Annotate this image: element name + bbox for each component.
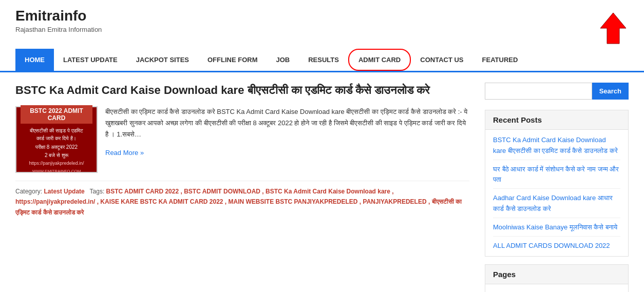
thumbnail-line2: कार्ड जारी कर दिये है। bbox=[36, 134, 76, 142]
post-body: BSTC 2022 ADMIT CARD बीएसटीसी की साइड पे… bbox=[15, 106, 469, 173]
down-arrow-icon bbox=[598, 10, 629, 46]
thumbnail-heading: BSTC 2022 ADMIT CARD bbox=[21, 105, 92, 124]
sidebar: Search Recent Posts BSTC Ka Admit Card K… bbox=[485, 83, 629, 292]
nav-featured[interactable]: FEATURED bbox=[473, 49, 527, 71]
recent-posts-title: Recent Posts bbox=[485, 110, 628, 130]
category-link[interactable]: Latest Update bbox=[44, 188, 84, 195]
tags-label: Tags: bbox=[90, 188, 105, 195]
recent-posts-section: Recent Posts BSTC Ka Admit Card Kaise Do… bbox=[485, 110, 629, 257]
recent-posts-list: BSTC Ka Admit Card Kaise Download kare ब… bbox=[485, 130, 628, 256]
nav-home[interactable]: HOME bbox=[15, 49, 54, 71]
thumbnail-line1: बीएसटीसी की साइड पे एडमिट bbox=[30, 127, 83, 134]
arrow-area bbox=[598, 8, 629, 46]
post-excerpt-area: बीएसटीसी का एड्मिट कार्ड कैसे डाउनलोड कर… bbox=[105, 106, 469, 173]
search-button[interactable]: Search bbox=[592, 83, 629, 100]
search-box: Search bbox=[485, 83, 629, 100]
svg-marker-0 bbox=[600, 13, 626, 44]
nav-jackpot-sites[interactable]: JACKPOT SITES bbox=[127, 49, 198, 71]
nav-contact-us[interactable]: CONTACT US bbox=[411, 49, 472, 71]
thumbnail-date2: 2 बजे से शुरू bbox=[45, 152, 68, 159]
main-content: BSTC Ka Admit Card Kaise Download kare ब… bbox=[15, 83, 485, 292]
nav-offline-form[interactable]: OFFLINE FORM bbox=[198, 49, 267, 71]
category-label: Category: bbox=[15, 188, 42, 195]
post-meta: Category: Latest Update Tags: BSTC ADMIT… bbox=[15, 181, 469, 218]
thumbnail-date: परीक्षा 8 अक्टूबर 2022 bbox=[35, 144, 78, 150]
main-navigation: HOME LATEST UPDATE JACKPOT SITES OFFLINE… bbox=[0, 49, 644, 72]
post-thumbnail: BSTC 2022 ADMIT CARD बीएसटीसी की साइड पे… bbox=[15, 106, 98, 173]
recent-post-2[interactable]: घर बैठे आधार कार्ड में संशोधन कैसे करे न… bbox=[493, 164, 620, 189]
nav-admit-card[interactable]: ADMIT CARD bbox=[348, 49, 411, 71]
site-subtitle: Rajasthan Emitra Information bbox=[15, 26, 102, 33]
recent-post-4[interactable]: Moolniwas Kaise Banaye मूलनिवास कैसे बना… bbox=[493, 222, 620, 237]
thumbnail-url: https://panjiyakpredeled.in/ bbox=[29, 161, 84, 166]
nav-latest-update[interactable]: LATEST UPDATE bbox=[54, 49, 127, 71]
search-input[interactable] bbox=[485, 83, 592, 100]
nav-job[interactable]: JOB bbox=[267, 49, 299, 71]
recent-post-1[interactable]: BSTC Ka Admit Card Kaise Download kare ब… bbox=[493, 135, 620, 160]
nav-results[interactable]: RESULTS bbox=[299, 49, 348, 71]
pages-title: Pages bbox=[485, 265, 628, 284]
read-more-link[interactable]: Read More » bbox=[105, 149, 144, 157]
post-title: BSTC Ka Admit Card Kaise Download kare ब… bbox=[15, 83, 469, 99]
site-header: Emitrainfo Rajasthan Emitra Information bbox=[15, 8, 102, 33]
recent-post-5[interactable]: ALL ADMIT CARDS DOWNLOAD 2022 bbox=[493, 241, 620, 251]
thumbnail-watermark: WWW.EMITRAINFO.COM bbox=[32, 169, 81, 173]
pages-content bbox=[485, 284, 628, 292]
site-title: Emitrainfo bbox=[15, 8, 102, 24]
pages-section: Pages bbox=[485, 264, 629, 292]
recent-post-3[interactable]: Aadhar Card Kaise Download kare आधार कार… bbox=[493, 193, 620, 218]
post-excerpt: बीएसटीसी का एड्मिट कार्ड कैसे डाउनलोड कर… bbox=[105, 106, 469, 140]
